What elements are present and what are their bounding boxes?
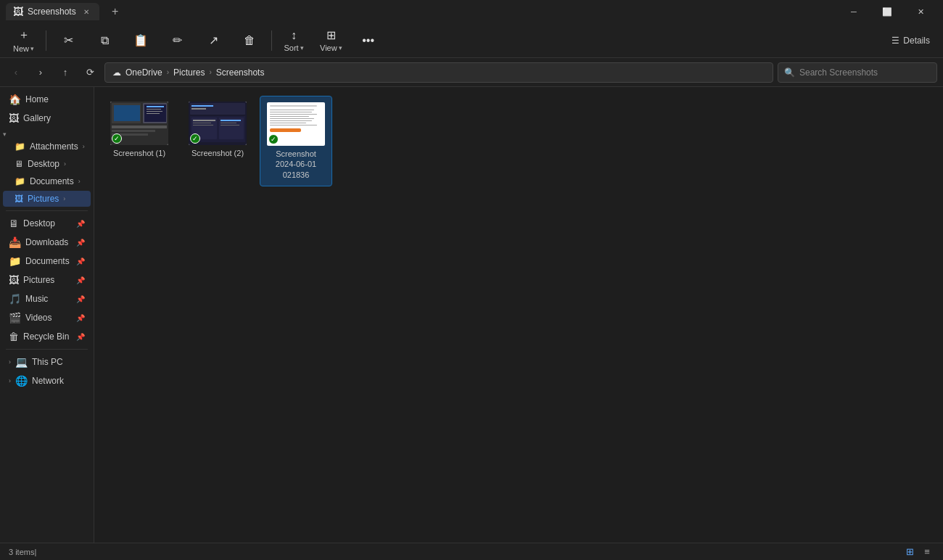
status-item-count: 3 items| — [9, 548, 36, 556]
more-button[interactable]: ••• — [351, 25, 386, 56]
sidebar-item-documents2[interactable]: 📁 Documents 📌 — [3, 252, 91, 270]
svg-rect-15 — [192, 108, 206, 110]
sidebar-item-desktop2[interactable]: 🖥 Desktop 📌 — [3, 215, 91, 232]
sidebar-label-home: Home — [25, 94, 49, 104]
documents-arrow: › — [78, 178, 81, 185]
sidebar-divider-1 — [6, 210, 88, 211]
gallery-icon: 🖼 — [9, 112, 19, 124]
view-label-wrap: View ▾ — [320, 44, 342, 52]
tab-label: Screenshots — [28, 7, 76, 17]
pictures-arrow: › — [63, 195, 65, 202]
rename-button[interactable]: ✏ — [160, 25, 194, 56]
minimize-button[interactable]: ─ — [837, 0, 870, 23]
svg-rect-20 — [193, 123, 211, 123]
copy-icon: ⧉ — [101, 34, 109, 47]
sidebar-item-pictures2[interactable]: 🖼 Pictures 📌 — [3, 271, 91, 289]
search-placeholder: Search Screenshots — [799, 67, 878, 78]
grid-view-button[interactable]: ⊞ — [902, 545, 917, 559]
new-tab-button[interactable]: + — [105, 1, 125, 22]
sidebar-item-downloads[interactable]: 📥 Downloads 📌 — [3, 234, 91, 251]
list-item[interactable]: ✓ Screenshot 2024-06-01 021836 — [260, 96, 332, 186]
sidebar-label-music: Music — [25, 294, 48, 304]
network-expand: › — [9, 377, 11, 384]
file-name-2: Screenshot (2) — [192, 148, 244, 158]
refresh-button[interactable]: ⟳ — [80, 62, 100, 83]
sidebar-item-attachments[interactable]: 📁 Attachments › — [3, 139, 91, 155]
sync-badge-3: ✓ — [268, 134, 279, 144]
sidebar-item-recycle-bin[interactable]: 🗑 Recycle Bin 📌 — [3, 328, 91, 345]
sort-icon: ↕ — [291, 29, 297, 42]
sidebar-item-desktop[interactable]: 🖥 Desktop › — [3, 156, 91, 172]
videos-pin: 📌 — [76, 314, 85, 322]
sidebar-item-home[interactable]: 🏠 Home — [3, 91, 91, 108]
new-button[interactable]: ＋ New ▾ — [6, 25, 41, 56]
share-icon: ↗ — [209, 33, 218, 47]
downloads-icon: 📥 — [9, 236, 21, 248]
active-tab[interactable]: 🖼 Screenshots ✕ — [6, 3, 99, 20]
content-area[interactable]: ✓ Screenshot (1) — [94, 87, 943, 543]
music-pin: 📌 — [76, 295, 85, 303]
sidebar-item-videos[interactable]: 🎬 Videos 📌 — [3, 309, 91, 326]
new-icon: ＋ — [18, 28, 30, 43]
svg-rect-21 — [193, 125, 213, 125]
maximize-button[interactable]: ⬜ — [870, 0, 904, 23]
more-icon: ••• — [362, 34, 374, 47]
list-item[interactable]: ✓ Screenshot (2) — [181, 96, 254, 186]
sidebar-item-documents[interactable]: 📁 Documents › — [3, 173, 91, 189]
view-arrow: ▾ — [339, 44, 342, 52]
sidebar-item-music[interactable]: 🎵 Music 📌 — [3, 290, 91, 308]
view-button[interactable]: ⊞ View ▾ — [313, 25, 350, 56]
list-view-button[interactable]: ≡ — [920, 545, 934, 559]
breadcrumb-sep-2: › — [209, 68, 211, 76]
svg-rect-10 — [147, 111, 162, 112]
paste-button[interactable]: 📋 — [123, 25, 158, 56]
file-name-3: Screenshot 2024-06-01 021836 — [266, 149, 326, 180]
attachments-arrow: › — [83, 143, 85, 150]
sidebar-label-recycle-bin: Recycle Bin — [23, 332, 69, 342]
sidebar-item-this-pc[interactable]: › 💻 This PC — [3, 353, 91, 371]
desktop-icon: 🖥 — [15, 159, 23, 169]
network-icon: 🌐 — [15, 375, 28, 387]
delete-icon: 🗑 — [244, 34, 255, 47]
tab-close-button[interactable]: ✕ — [81, 6, 92, 17]
close-button[interactable]: ✕ — [904, 0, 937, 23]
address-bar: ‹ › ↑ ⟳ ☁ OneDrive › Pictures › Screensh… — [0, 58, 943, 87]
sidebar: 🏠 Home 🖼 Gallery ▾ 📁 Attachments › 🖥 Des… — [0, 87, 94, 543]
sidebar-label-desktop2: Desktop — [23, 218, 55, 228]
address-box[interactable]: ☁ OneDrive › Pictures › Screenshots — [104, 62, 773, 83]
details-button[interactable]: ☰ Details — [884, 33, 937, 49]
this-pc-expand: › — [9, 358, 11, 366]
copy-button[interactable]: ⧉ — [87, 25, 122, 56]
onedrive-icon: ☁ — [112, 67, 121, 78]
forward-button[interactable]: › — [30, 62, 51, 83]
sync-badge-2: ✓ — [190, 133, 200, 144]
sort-button[interactable]: ↕ Sort ▾ — [276, 25, 311, 56]
delete-button[interactable]: 🗑 — [232, 25, 267, 56]
rename-icon: ✏ — [173, 33, 182, 47]
svg-rect-22 — [221, 120, 241, 121]
sidebar-item-pictures[interactable]: 🖼 Pictures › — [3, 191, 91, 207]
list-item[interactable]: ✓ Screenshot (1) — [103, 96, 176, 186]
sync-badge-1: ✓ — [112, 133, 122, 144]
toolbar-separator-2 — [271, 30, 272, 51]
desktop-arrow: › — [64, 160, 66, 168]
documents2-icon: 📁 — [9, 255, 21, 267]
sidebar-item-gallery[interactable]: 🖼 Gallery — [3, 110, 91, 127]
up-button[interactable]: ↑ — [55, 62, 75, 83]
this-pc-icon: 💻 — [15, 356, 28, 368]
sidebar-label-documents2: Documents — [25, 256, 70, 266]
back-button[interactable]: ‹ — [6, 62, 26, 83]
share-button[interactable]: ↗ — [196, 25, 231, 56]
recycle-bin-icon: 🗑 — [9, 331, 19, 342]
search-box[interactable]: 🔍 Search Screenshots — [778, 62, 937, 83]
sidebar-section-expand[interactable]: ▾ — [0, 128, 94, 138]
cut-button[interactable]: ✂ — [51, 25, 86, 56]
sidebar-item-network[interactable]: › 🌐 Network — [3, 372, 91, 390]
status-bar: 3 items| ⊞ ≡ — [0, 543, 943, 560]
view-icon: ⊞ — [326, 28, 336, 42]
breadcrumb-sep-1: › — [167, 68, 169, 76]
main-layout: 🏠 Home 🖼 Gallery ▾ 📁 Attachments › 🖥 Des… — [0, 87, 943, 543]
pictures2-pin: 📌 — [76, 276, 85, 284]
new-arrow: ▾ — [30, 45, 34, 52]
sidebar-label-pictures: Pictures — [28, 194, 59, 204]
